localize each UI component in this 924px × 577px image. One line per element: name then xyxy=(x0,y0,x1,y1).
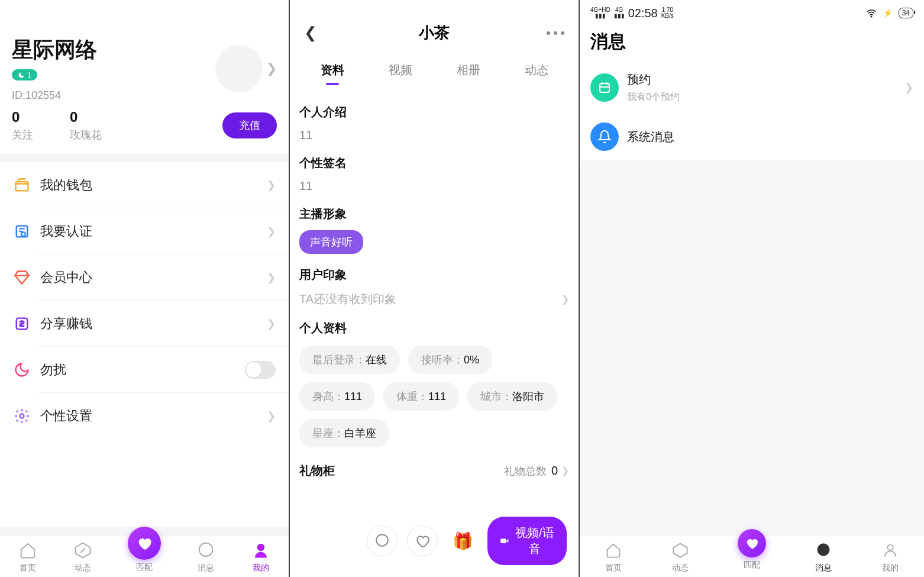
messages-empty-area xyxy=(580,160,924,535)
tab-home[interactable]: 首页 xyxy=(603,540,623,573)
wallet-icon xyxy=(13,176,31,194)
stat-follow[interactable]: 0 关注 xyxy=(12,109,33,142)
net-speed: 1.70KB/s xyxy=(661,7,674,19)
dnd-toggle[interactable] xyxy=(245,361,276,379)
clock: 02:58 xyxy=(628,7,658,20)
impression-row[interactable]: TA还没有收到印象 ❯ xyxy=(299,291,569,307)
tab-feed[interactable]: 动态 xyxy=(73,540,93,573)
menu-verify[interactable]: 我要认证 ❯ xyxy=(0,208,289,254)
chip-answer-rate: 接听率：0% xyxy=(408,346,492,374)
verify-icon xyxy=(13,223,31,240)
svg-point-13 xyxy=(817,543,829,556)
messages-header: 消息 xyxy=(580,22,924,62)
profile-action-bar: 🎁 视频/语音 xyxy=(290,517,579,572)
chevron-right-icon: ❯ xyxy=(266,61,277,76)
home-icon xyxy=(18,540,38,560)
row-system[interactable]: 系统消息 xyxy=(580,113,924,160)
tab-mine[interactable]: 我的 xyxy=(880,540,900,573)
wifi-icon xyxy=(866,8,877,18)
panel-profile-mine: 星际网络 1 ID:102554 ❯ 0 关注 0 玫瑰花 xyxy=(0,0,290,577)
tab-video[interactable]: 视频 xyxy=(385,57,416,86)
chat-button[interactable] xyxy=(367,526,398,556)
intro-value: 11 xyxy=(299,128,569,142)
tab-feed[interactable]: 动态 xyxy=(670,540,690,573)
profile-data-heading: 个人资料 xyxy=(299,320,569,336)
chevron-right-icon: ❯ xyxy=(904,81,913,94)
tab-album[interactable]: 相册 xyxy=(453,57,484,86)
tab-message[interactable]: 消息 xyxy=(813,540,833,573)
compass-icon xyxy=(73,540,93,560)
home-icon xyxy=(603,540,623,560)
diamond-icon xyxy=(13,269,31,286)
menu-vip[interactable]: 会员中心 ❯ xyxy=(0,254,289,301)
page-title: 小茶 xyxy=(419,22,450,43)
tab-moment[interactable]: 动态 xyxy=(521,57,552,86)
intro-heading: 个人介绍 xyxy=(299,104,569,120)
gift-cabinet-row[interactable]: 礼物柜 礼物总数 0 ❯ xyxy=(299,463,569,479)
reserve-icon xyxy=(590,73,619,102)
signature-value: 11 xyxy=(299,179,569,193)
chevron-right-icon: ❯ xyxy=(267,410,276,423)
chip-zodiac: 星座：白羊座 xyxy=(299,419,389,447)
svg-point-7 xyxy=(257,544,265,552)
level-badge: 1 xyxy=(12,69,37,80)
impression-heading: 用户印象 xyxy=(299,267,569,283)
more-button[interactable] xyxy=(542,27,569,40)
svg-point-2 xyxy=(21,232,25,236)
svg-marker-12 xyxy=(674,543,687,557)
anchor-image-tag: 声音好听 xyxy=(299,230,363,254)
moon-icon xyxy=(13,361,31,379)
chat-icon xyxy=(196,540,216,560)
tabbar: 首页 动态 匹配 消息 我的 xyxy=(580,535,924,577)
svg-rect-9 xyxy=(500,539,506,543)
profile-scroll[interactable]: 个人介绍 11 个性签名 11 主播形象 声音好听 用户印象 TA还没有收到印象… xyxy=(290,86,579,577)
bell-icon xyxy=(590,123,619,151)
tab-mine[interactable]: 我的 xyxy=(251,540,271,573)
back-button[interactable]: ❮ xyxy=(299,21,322,44)
divider xyxy=(0,154,289,162)
signal-1-icon: 4G+HD▮▮▮ xyxy=(590,7,610,19)
profile-tabs: 资料 视频 相册 动态 xyxy=(290,51,579,86)
chat-icon xyxy=(813,540,833,560)
chip-last-login: 最后登录：在线 xyxy=(299,346,400,374)
chevron-right-icon: ❯ xyxy=(267,179,276,192)
signature-heading: 个性签名 xyxy=(299,155,569,171)
svg-rect-11 xyxy=(600,83,609,92)
tab-info[interactable]: 资料 xyxy=(317,57,348,86)
navbar: ❮ 小茶 xyxy=(290,0,579,51)
row-reserve[interactable]: 预约 我有0个预约 ❯ xyxy=(580,62,924,113)
battery-icon: 34 xyxy=(899,8,913,18)
chip-weight: 体重：111 xyxy=(383,382,459,411)
like-button[interactable] xyxy=(407,526,438,556)
gift-button[interactable]: 🎁 xyxy=(447,526,478,556)
menu-dnd[interactable]: 勿扰 xyxy=(0,347,289,393)
stat-rose[interactable]: 0 玫瑰花 xyxy=(70,109,102,142)
video-call-button[interactable]: 视频/语音 xyxy=(487,517,567,565)
svg-rect-0 xyxy=(16,182,28,191)
chip-city: 城市：洛阳市 xyxy=(467,382,557,411)
gear-icon xyxy=(13,407,31,425)
recharge-button[interactable]: 充值 xyxy=(222,112,277,138)
match-fab-icon xyxy=(738,529,766,557)
svg-point-10 xyxy=(871,16,872,17)
menu-wallet[interactable]: 我的钱包 ❯ xyxy=(0,162,289,208)
svg-point-4 xyxy=(20,414,24,418)
anchor-image-heading: 主播形象 xyxy=(299,206,569,222)
tab-home[interactable]: 首页 xyxy=(18,540,38,573)
tab-message[interactable]: 消息 xyxy=(196,540,216,573)
person-icon xyxy=(880,540,900,560)
tab-match[interactable]: 匹配 xyxy=(738,543,766,570)
avatar[interactable] xyxy=(215,45,263,92)
compass-icon xyxy=(670,540,690,560)
signal-2-icon: 4G▮▮▮ xyxy=(614,7,625,19)
person-icon xyxy=(251,540,271,560)
match-fab-icon xyxy=(128,527,161,560)
tab-match[interactable]: 匹配 xyxy=(128,541,161,573)
share-earn-icon xyxy=(13,315,31,333)
level-value: 1 xyxy=(27,70,31,79)
username: 星际网络 xyxy=(12,36,97,65)
menu-share[interactable]: 分享赚钱 ❯ xyxy=(0,301,289,347)
chevron-right-icon: ❯ xyxy=(267,271,276,284)
profile-header[interactable]: 星际网络 1 ID:102554 ❯ 0 关注 0 玫瑰花 xyxy=(0,0,289,154)
menu-settings[interactable]: 个性设置 ❯ xyxy=(0,393,289,439)
